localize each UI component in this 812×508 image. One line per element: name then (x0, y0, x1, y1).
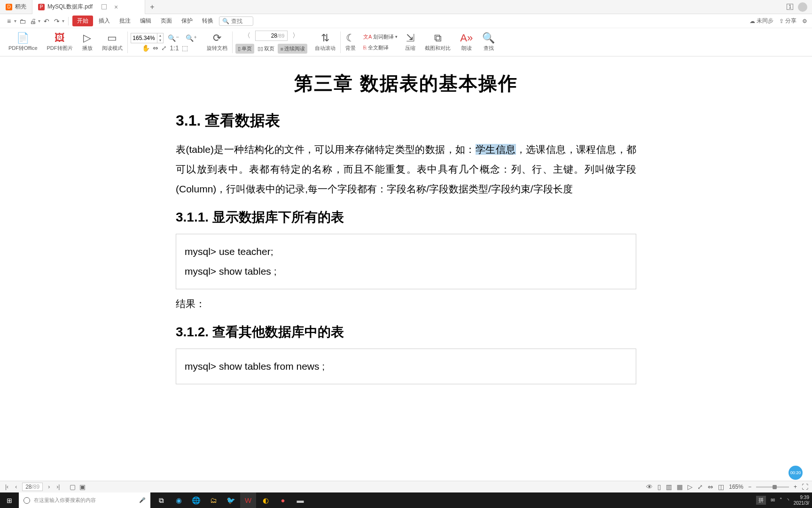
view4-icon[interactable]: ▷ (687, 483, 693, 491)
search-input[interactable] (231, 18, 250, 24)
pdf-to-office-button[interactable]: 📄 PDF转Office (4, 28, 42, 56)
prev-page-icon[interactable]: 〈 (242, 32, 252, 40)
zoom-in-icon[interactable]: 🔍⁺ (183, 34, 199, 42)
file-tab[interactable]: P MySQL数据库.pdf × (32, 0, 145, 14)
chrome-icon[interactable]: 🌐 (188, 492, 204, 508)
menu-protect[interactable]: 保护 (178, 17, 196, 25)
zoom-slider[interactable] (756, 486, 789, 488)
view2-icon[interactable]: ▥ (666, 483, 672, 491)
menu-page[interactable]: 页面 (157, 17, 176, 25)
edge-icon[interactable]: ◉ (171, 492, 187, 508)
redo-icon[interactable]: ↷ (53, 17, 61, 25)
zoom-plus-icon[interactable]: + (794, 484, 797, 490)
auto-scroll-button[interactable]: ⇅ 自动滚动 (310, 28, 340, 56)
tab-restore-icon[interactable] (102, 4, 107, 9)
menu-insert[interactable]: 插入 (95, 17, 114, 25)
last-page-icon[interactable]: ›| (55, 484, 61, 490)
zoom-out-icon[interactable]: 🔍⁻ (165, 34, 181, 42)
bookmark-icon[interactable]: ▢ (70, 483, 76, 491)
compress-label: 压缩 (405, 45, 415, 52)
new-tab-button[interactable]: + (145, 3, 159, 11)
actual-size-icon[interactable]: 1:1 (170, 44, 179, 52)
single-page-button[interactable]: ▯单页 (235, 44, 254, 54)
app-tab[interactable]: D 稻壳 (0, 0, 32, 14)
play-button[interactable]: ▷ 播放 (78, 28, 97, 56)
status-zoom[interactable]: 165% (729, 484, 743, 490)
fit1-icon[interactable]: ⤢ (697, 483, 703, 491)
start-button[interactable]: ⊞ (0, 497, 19, 504)
fit3-icon[interactable]: ◫ (718, 483, 724, 491)
menu-annotate[interactable]: 批注 (116, 17, 134, 25)
terminal-icon[interactable]: ▬ (292, 492, 308, 508)
highlighted-text: 学生信息 (476, 144, 516, 155)
share-button[interactable]: ⇪分享 (779, 17, 796, 25)
sync-status[interactable]: ☁未同步 (750, 17, 773, 25)
menu-edit[interactable]: 编辑 (136, 17, 155, 25)
recording-timer[interactable]: 00:20 (789, 466, 803, 480)
read-aloud-button[interactable]: A» 朗读 (455, 28, 477, 56)
gear-icon[interactable]: ⚙ (802, 18, 807, 24)
fit-width-icon[interactable]: ⇔ (153, 44, 158, 52)
tray-chevron-icon[interactable]: ˄ (780, 497, 782, 503)
tray-mail-icon[interactable]: ✉ (771, 497, 775, 503)
rotate-button[interactable]: ⟳ 旋转文档 (202, 28, 232, 56)
continuous-button[interactable]: ≡连续阅读 (278, 44, 307, 54)
menu-convert[interactable]: 转换 (198, 17, 217, 25)
close-icon[interactable]: × (114, 3, 118, 11)
ime-indicator[interactable]: 拼 (756, 496, 766, 505)
app-bird-icon[interactable]: 🐦 (223, 492, 239, 508)
first-page-icon[interactable]: |‹ (4, 484, 10, 490)
select-icon[interactable]: ⬚ (182, 44, 188, 52)
fit2-icon[interactable]: ⇔ (708, 483, 713, 491)
wps-icon[interactable]: W (240, 492, 256, 508)
search-box[interactable]: 🔍 (219, 16, 253, 26)
code-block: mysql> show tables from news ; (176, 349, 636, 384)
zoom-up-icon[interactable]: ▲ (157, 33, 164, 38)
page-input[interactable] (258, 32, 277, 39)
tray-wifi-icon[interactable]: ◝ (787, 497, 789, 503)
fit-page-icon[interactable]: ⤢ (161, 44, 167, 52)
save-icon[interactable]: 🖨 (29, 17, 37, 25)
compress-icon: ⇲ (406, 32, 414, 44)
zoom-input-box[interactable]: ▲▼ (131, 33, 164, 43)
app-red-icon[interactable]: ● (275, 492, 291, 508)
zoom-down-icon[interactable]: ▼ (157, 38, 164, 43)
double-page-button[interactable]: ▯▯双页 (255, 44, 277, 54)
continuous-icon: ≡ (280, 46, 283, 52)
mic-icon[interactable]: 🎤 (139, 497, 146, 503)
page-input-box[interactable]: /89 (255, 31, 288, 41)
next-page-icon[interactable]: › (47, 484, 51, 490)
pdf-to-image-button[interactable]: 🖼 PDF转图片 (42, 28, 78, 56)
tray-date: 2021/3/ (794, 500, 809, 506)
status-page-box[interactable]: 28/89 (22, 483, 43, 491)
undo-icon[interactable]: ↶ (42, 17, 51, 25)
hand-icon[interactable]: ✋ (142, 44, 150, 52)
open-icon[interactable]: 🗀 (18, 17, 27, 25)
start-tab[interactable]: 开始 (72, 16, 93, 26)
document-viewport[interactable]: 第三章 数据表的基本操作 3.1. 查看数据表 表(table)是一种结构化的文… (0, 56, 812, 492)
fullscreen-icon[interactable]: ⛶ (802, 483, 808, 491)
task-view-icon[interactable]: ⧉ (153, 492, 169, 508)
read-mode-button[interactable]: ▭ 阅读模式 (97, 28, 127, 56)
find-button[interactable]: 🔍 查找 (477, 28, 500, 56)
view1-icon[interactable]: ▯ (657, 483, 661, 491)
app-yellow-icon[interactable]: ◐ (258, 492, 273, 508)
screenshot-button[interactable]: ⧉ 截图和对比 (420, 28, 455, 56)
bg-button[interactable]: ☾ 背景 (341, 28, 360, 56)
explorer-icon[interactable]: 🗂 (205, 492, 221, 508)
word-translate-button[interactable]: 文A划词翻译▾ (363, 33, 398, 40)
view3-icon[interactable]: ▦ (677, 483, 683, 491)
zoom-input[interactable] (131, 35, 157, 41)
menu-icon[interactable]: ≡ (5, 17, 13, 25)
tray-clock[interactable]: 9:39 2021/3/ (794, 495, 809, 506)
next-page-icon[interactable]: 〉 (290, 32, 301, 40)
full-translate-button[interactable]: ⎘全文翻译 (363, 44, 389, 51)
window-number[interactable]: 1 (787, 4, 793, 10)
outline-icon[interactable]: ▣ (79, 483, 86, 491)
zoom-minus-icon[interactable]: − (748, 484, 751, 490)
prev-page-icon[interactable]: ‹ (14, 484, 18, 490)
avatar[interactable] (798, 2, 807, 12)
windows-search[interactable]: 在这里输入你要搜索的内容 🎤 (19, 492, 150, 508)
compress-button[interactable]: ⇲ 压缩 (400, 28, 420, 56)
eye-icon[interactable]: 👁 (646, 483, 653, 491)
